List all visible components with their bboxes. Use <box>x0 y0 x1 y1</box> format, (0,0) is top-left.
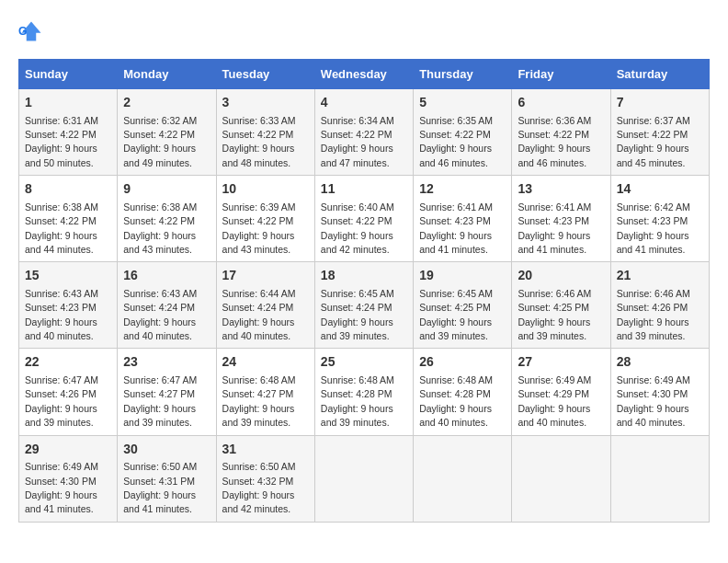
day-number: 23 <box>123 353 210 372</box>
day-info: Sunrise: 6:48 AMSunset: 4:27 PMDaylight:… <box>222 374 296 428</box>
day-number: 9 <box>123 180 210 199</box>
day-number: 30 <box>123 441 210 459</box>
day-info: Sunrise: 6:49 AMSunset: 4:30 PMDaylight:… <box>25 461 98 514</box>
weekday-header-wednesday: Wednesday <box>314 60 413 89</box>
day-number: 17 <box>222 267 309 285</box>
day-info: Sunrise: 6:50 AMSunset: 4:32 PMDaylight:… <box>222 461 296 514</box>
calendar-cell: 2 Sunrise: 6:32 AMSunset: 4:22 PMDayligh… <box>118 89 216 176</box>
calendar-cell: 4 Sunrise: 6:34 AMSunset: 4:22 PMDayligh… <box>314 89 413 176</box>
day-info: Sunrise: 6:45 AMSunset: 4:24 PMDaylight:… <box>321 288 394 341</box>
calendar-cell: 3 Sunrise: 6:33 AMSunset: 4:22 PMDayligh… <box>216 89 314 176</box>
calendar-cell: 26 Sunrise: 6:48 AMSunset: 4:28 PMDaylig… <box>414 349 512 435</box>
calendar-cell: 19 Sunrise: 6:45 AMSunset: 4:25 PMDaylig… <box>414 262 512 349</box>
weekday-header-monday: Monday <box>118 60 216 89</box>
day-info: Sunrise: 6:42 AMSunset: 4:23 PMDaylight:… <box>617 201 690 255</box>
day-number: 8 <box>25 180 111 199</box>
day-number: 26 <box>419 353 506 372</box>
day-number: 10 <box>222 180 309 199</box>
day-number: 2 <box>123 94 210 112</box>
day-info: Sunrise: 6:35 AMSunset: 4:22 PMDaylight:… <box>419 115 493 168</box>
day-number: 12 <box>419 180 506 199</box>
calendar-cell: 5 Sunrise: 6:35 AMSunset: 4:22 PMDayligh… <box>414 89 512 176</box>
day-info: Sunrise: 6:43 AMSunset: 4:23 PMDaylight:… <box>25 288 98 341</box>
day-info: Sunrise: 6:49 AMSunset: 4:29 PMDaylight:… <box>518 374 591 428</box>
calendar-cell: 31 Sunrise: 6:50 AMSunset: 4:32 PMDaylig… <box>216 435 314 522</box>
day-info: Sunrise: 6:37 AMSunset: 4:22 PMDaylight:… <box>617 115 690 168</box>
calendar-cell: 15 Sunrise: 6:43 AMSunset: 4:23 PMDaylig… <box>19 262 118 349</box>
calendar-table: SundayMondayTuesdayWednesdayThursdayFrid… <box>18 59 710 523</box>
calendar-cell: 13 Sunrise: 6:41 AMSunset: 4:23 PMDaylig… <box>512 176 610 262</box>
calendar-header: SundayMondayTuesdayWednesdayThursdayFrid… <box>19 60 710 89</box>
weekday-header-tuesday: Tuesday <box>216 60 314 89</box>
day-number: 3 <box>222 94 309 112</box>
day-number: 21 <box>617 267 703 285</box>
calendar-cell: 27 Sunrise: 6:49 AMSunset: 4:29 PMDaylig… <box>512 349 610 435</box>
calendar-cell <box>610 435 709 522</box>
day-info: Sunrise: 6:46 AMSunset: 4:25 PMDaylight:… <box>518 288 591 341</box>
calendar-cell: 20 Sunrise: 6:46 AMSunset: 4:25 PMDaylig… <box>512 262 610 349</box>
day-info: Sunrise: 6:46 AMSunset: 4:26 PMDaylight:… <box>617 288 690 341</box>
calendar-week-1: 1 Sunrise: 6:31 AMSunset: 4:22 PMDayligh… <box>19 89 710 176</box>
day-info: Sunrise: 6:41 AMSunset: 4:23 PMDaylight:… <box>419 201 493 255</box>
weekday-header-sunday: Sunday <box>19 60 118 89</box>
day-info: Sunrise: 6:44 AMSunset: 4:24 PMDaylight:… <box>222 288 296 341</box>
calendar-cell <box>314 435 413 522</box>
calendar-cell: 10 Sunrise: 6:39 AMSunset: 4:22 PMDaylig… <box>216 176 314 262</box>
day-info: Sunrise: 6:39 AMSunset: 4:22 PMDaylight:… <box>222 201 296 255</box>
day-number: 11 <box>321 180 407 199</box>
day-number: 5 <box>419 94 506 112</box>
day-info: Sunrise: 6:40 AMSunset: 4:22 PMDaylight:… <box>321 201 394 255</box>
day-info: Sunrise: 6:49 AMSunset: 4:30 PMDaylight:… <box>617 374 690 428</box>
day-info: Sunrise: 6:32 AMSunset: 4:22 PMDaylight:… <box>123 115 197 168</box>
calendar-cell: 28 Sunrise: 6:49 AMSunset: 4:30 PMDaylig… <box>610 349 709 435</box>
day-info: Sunrise: 6:47 AMSunset: 4:26 PMDaylight:… <box>25 374 98 428</box>
day-number: 19 <box>419 267 506 285</box>
calendar-cell: 23 Sunrise: 6:47 AMSunset: 4:27 PMDaylig… <box>118 349 216 435</box>
calendar-cell: 17 Sunrise: 6:44 AMSunset: 4:24 PMDaylig… <box>216 262 314 349</box>
day-info: Sunrise: 6:31 AMSunset: 4:22 PMDaylight:… <box>25 115 98 168</box>
logo: G <box>18 18 48 44</box>
calendar-cell: 1 Sunrise: 6:31 AMSunset: 4:22 PMDayligh… <box>19 89 118 176</box>
calendar-week-3: 15 Sunrise: 6:43 AMSunset: 4:23 PMDaylig… <box>19 262 710 349</box>
day-number: 4 <box>321 94 407 112</box>
day-number: 22 <box>25 353 111 372</box>
day-number: 20 <box>518 267 604 285</box>
day-number: 7 <box>617 94 703 112</box>
day-info: Sunrise: 6:47 AMSunset: 4:27 PMDaylight:… <box>123 374 197 428</box>
day-info: Sunrise: 6:34 AMSunset: 4:22 PMDaylight:… <box>321 115 394 168</box>
day-number: 14 <box>617 180 703 199</box>
day-number: 1 <box>25 94 111 112</box>
day-info: Sunrise: 6:45 AMSunset: 4:25 PMDaylight:… <box>419 288 493 341</box>
day-number: 29 <box>25 441 111 459</box>
day-number: 27 <box>518 353 604 372</box>
calendar-cell: 11 Sunrise: 6:40 AMSunset: 4:22 PMDaylig… <box>314 176 413 262</box>
calendar-cell: 22 Sunrise: 6:47 AMSunset: 4:26 PMDaylig… <box>19 349 118 435</box>
calendar-cell: 14 Sunrise: 6:42 AMSunset: 4:23 PMDaylig… <box>610 176 709 262</box>
day-info: Sunrise: 6:38 AMSunset: 4:22 PMDaylight:… <box>123 201 197 255</box>
weekday-header-friday: Friday <box>512 60 610 89</box>
day-info: Sunrise: 6:50 AMSunset: 4:31 PMDaylight:… <box>123 461 197 514</box>
day-info: Sunrise: 6:33 AMSunset: 4:22 PMDaylight:… <box>222 115 296 168</box>
calendar-cell: 6 Sunrise: 6:36 AMSunset: 4:22 PMDayligh… <box>512 89 610 176</box>
day-number: 28 <box>617 353 703 372</box>
day-info: Sunrise: 6:38 AMSunset: 4:22 PMDaylight:… <box>25 201 98 255</box>
day-number: 16 <box>123 267 210 285</box>
calendar-cell: 29 Sunrise: 6:49 AMSunset: 4:30 PMDaylig… <box>19 435 118 522</box>
calendar-cell <box>512 435 610 522</box>
calendar-cell: 30 Sunrise: 6:50 AMSunset: 4:31 PMDaylig… <box>118 435 216 522</box>
day-number: 31 <box>222 441 309 459</box>
weekday-header-saturday: Saturday <box>610 60 709 89</box>
calendar-cell: 16 Sunrise: 6:43 AMSunset: 4:24 PMDaylig… <box>118 262 216 349</box>
day-number: 24 <box>222 353 309 372</box>
day-info: Sunrise: 6:48 AMSunset: 4:28 PMDaylight:… <box>419 374 493 428</box>
day-number: 18 <box>321 267 407 285</box>
calendar-cell: 12 Sunrise: 6:41 AMSunset: 4:23 PMDaylig… <box>414 176 512 262</box>
page-header: G <box>18 18 710 44</box>
calendar-cell: 18 Sunrise: 6:45 AMSunset: 4:24 PMDaylig… <box>314 262 413 349</box>
calendar-cell: 21 Sunrise: 6:46 AMSunset: 4:26 PMDaylig… <box>610 262 709 349</box>
calendar-cell: 24 Sunrise: 6:48 AMSunset: 4:27 PMDaylig… <box>216 349 314 435</box>
calendar-cell <box>414 435 512 522</box>
calendar-week-5: 29 Sunrise: 6:49 AMSunset: 4:30 PMDaylig… <box>19 435 710 522</box>
day-info: Sunrise: 6:36 AMSunset: 4:22 PMDaylight:… <box>518 115 591 168</box>
logo-icon: G <box>18 18 44 44</box>
